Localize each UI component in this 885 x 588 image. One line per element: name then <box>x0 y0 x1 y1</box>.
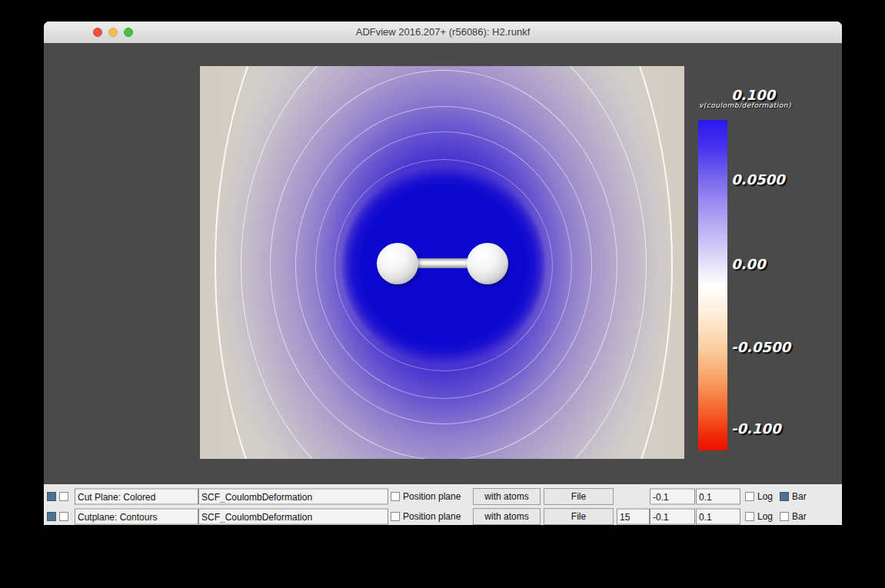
adfview-window: ADFview 2016.207+ (r56086): H2.runkf v(c… <box>44 22 842 525</box>
min-value-field[interactable] <box>650 509 695 525</box>
file-button[interactable]: File <box>544 508 614 525</box>
window-title: ADFview 2016.207+ (r56086): H2.runkf <box>44 22 842 43</box>
legend-tick-label: -0.100 <box>731 420 780 437</box>
position-plane-label: Position plane <box>403 491 461 502</box>
with-atoms-button[interactable]: with atoms <box>473 508 541 525</box>
colored-cutplane-row: Position plane with atoms File Log Bar <box>44 487 842 506</box>
legend-tick-label: 0.00 <box>731 256 765 272</box>
visible-toggle-checkbox[interactable] <box>47 492 56 501</box>
max-value-field[interactable] <box>696 489 740 505</box>
legend-tick-label: 0.0500 <box>731 171 784 188</box>
file-button[interactable]: File <box>544 488 614 505</box>
row-name-field[interactable] <box>75 489 198 505</box>
legend-bar <box>698 120 727 450</box>
title-bar: ADFview 2016.207+ (r56086): H2.runkf <box>44 22 842 44</box>
max-value-field[interactable] <box>696 509 740 525</box>
atom-sphere-h1[interactable] <box>377 243 418 284</box>
visible-toggle-checkbox[interactable] <box>47 512 56 521</box>
log-checkbox[interactable] <box>745 492 754 501</box>
bar-label: Bar <box>792 511 807 522</box>
legend-tick-label: 0.100 <box>731 87 775 103</box>
position-plane-checkbox[interactable] <box>391 512 400 521</box>
render-viewport[interactable]: v(coulomb/deformation) 0.100 0.0500 0.00… <box>44 43 842 484</box>
legend-tick-label: -0.0500 <box>731 339 790 355</box>
bar-checkbox[interactable] <box>780 512 789 521</box>
log-checkbox[interactable] <box>745 512 754 521</box>
num-contours-field[interactable] <box>617 509 650 525</box>
position-plane-checkbox[interactable] <box>391 492 400 501</box>
aux-toggle-checkbox[interactable] <box>59 492 68 501</box>
scalar-field-name[interactable] <box>198 489 388 505</box>
log-label: Log <box>757 491 773 502</box>
legend-title: v(coulomb/deformation) <box>699 101 791 109</box>
with-atoms-button[interactable]: with atoms <box>473 488 541 505</box>
cutplane-controls-panel: Position plane with atoms File Log Bar P… <box>44 484 842 525</box>
position-plane-label: Position plane <box>403 511 461 522</box>
cutplane-plot[interactable] <box>200 66 684 459</box>
row-name-field[interactable] <box>75 509 198 525</box>
aux-toggle-checkbox[interactable] <box>59 512 68 521</box>
min-value-field[interactable] <box>650 489 695 505</box>
scalar-field-name[interactable] <box>198 509 388 525</box>
bar-checkbox[interactable] <box>780 492 789 501</box>
log-label: Log <box>757 511 773 522</box>
contours-cutplane-row: Position plane with atoms File Log Bar <box>44 507 842 525</box>
atom-sphere-h2[interactable] <box>467 243 508 284</box>
bar-label: Bar <box>792 491 807 502</box>
